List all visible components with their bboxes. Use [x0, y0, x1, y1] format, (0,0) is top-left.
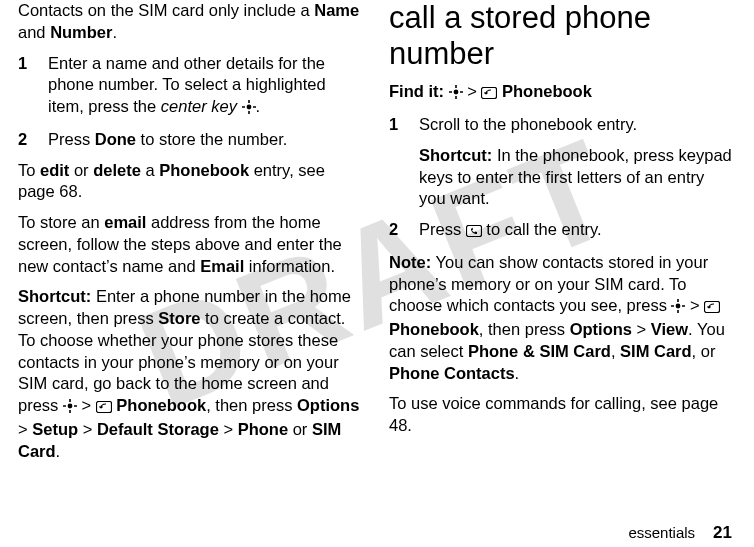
section-heading: call a stored phone number — [389, 0, 732, 71]
svg-point-6 — [676, 304, 681, 309]
back-icon — [481, 83, 497, 105]
svg-rect-2 — [96, 402, 111, 413]
step-2: 2 Press to call the entry. — [389, 219, 732, 243]
svg-rect-7 — [705, 302, 720, 313]
shortcut-paragraph: Shortcut: Enter a phone number in the ho… — [18, 286, 361, 462]
step-number: 1 — [18, 53, 48, 120]
step-number: 2 — [18, 129, 48, 151]
svg-point-3 — [453, 90, 458, 95]
svg-point-0 — [246, 105, 251, 110]
step-body: Enter a name and other details for the p… — [48, 53, 361, 120]
shortcut-sub: Shortcut: In the phonebook, press keypad… — [419, 145, 732, 210]
note-paragraph: Note: You can show contacts stored in yo… — [389, 252, 732, 385]
email-paragraph: To store an email address from the home … — [18, 212, 361, 277]
right-column: call a stored phone number Find it: > Ph… — [389, 0, 732, 505]
left-column: Contacts on the SIM card only include a … — [18, 0, 361, 505]
step-body: Press Done to store the number. — [48, 129, 361, 151]
center-key-icon — [242, 98, 256, 120]
step-number: 2 — [389, 219, 419, 243]
center-key-icon — [671, 297, 685, 319]
center-key-icon — [63, 397, 77, 419]
svg-rect-4 — [482, 88, 497, 99]
step-1: 1 Scroll to the phonebook entry. — [389, 114, 732, 136]
voice-command-paragraph: To use voice commands for calling, see p… — [389, 393, 732, 437]
back-icon — [96, 397, 112, 419]
page-content: Contacts on the SIM card only include a … — [0, 0, 754, 505]
svg-point-1 — [68, 404, 73, 409]
intro-paragraph: Contacts on the SIM card only include a … — [18, 0, 361, 44]
back-icon — [704, 297, 720, 319]
step-number: 1 — [389, 114, 419, 136]
step-2: 2 Press Done to store the number. — [18, 129, 361, 151]
page-footer: essentials21 — [628, 523, 732, 543]
edit-delete-paragraph: To edit or delete a Phonebook entry, see… — [18, 160, 361, 204]
svg-rect-5 — [466, 226, 481, 237]
find-it: Find it: > Phonebook — [389, 81, 732, 105]
footer-label: essentials — [628, 524, 695, 541]
center-key-icon — [449, 83, 463, 105]
step-1: 1 Enter a name and other details for the… — [18, 53, 361, 120]
call-key-icon — [466, 221, 482, 243]
step-body: Press to call the entry. — [419, 219, 732, 243]
step-body: Scroll to the phonebook entry. — [419, 114, 732, 136]
page-number: 21 — [713, 523, 732, 542]
